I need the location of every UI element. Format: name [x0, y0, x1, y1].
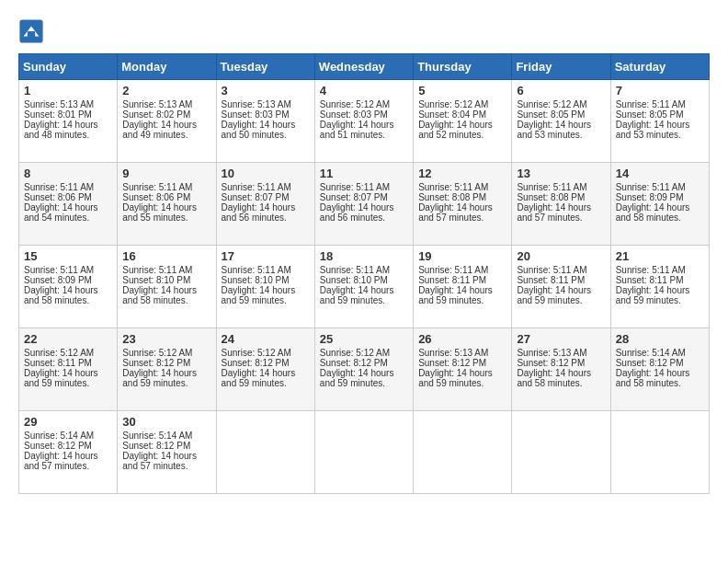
daylight-label: Daylight: 14 hours and 59 minutes. — [222, 368, 296, 388]
header-day-friday: Friday — [512, 54, 610, 80]
daylight-label: Daylight: 14 hours and 59 minutes. — [320, 368, 394, 388]
day-number: 16 — [122, 249, 210, 263]
sunset-label: Sunset: 8:12 PM — [418, 358, 486, 368]
calendar-day-24: 24Sunrise: 5:12 AMSunset: 8:12 PMDayligh… — [216, 328, 314, 411]
sunset-label: Sunset: 8:09 PM — [616, 192, 684, 202]
day-number: 14 — [616, 167, 704, 180]
calendar-day-26: 26Sunrise: 5:13 AMSunset: 8:12 PMDayligh… — [414, 328, 512, 411]
calendar-day-18: 18Sunrise: 5:11 AMSunset: 8:10 PMDayligh… — [314, 246, 413, 328]
day-number: 17 — [222, 249, 310, 263]
empty-cell — [610, 411, 709, 494]
calendar-day-12: 12Sunrise: 5:11 AMSunset: 8:08 PMDayligh… — [414, 163, 512, 246]
sunrise-label: Sunrise: 5:14 AM — [616, 348, 686, 358]
sunset-label: Sunset: 8:06 PM — [24, 192, 92, 202]
sunrise-label: Sunrise: 5:12 AM — [320, 99, 390, 109]
calendar-day-9: 9Sunrise: 5:11 AMSunset: 8:06 PMDaylight… — [118, 163, 216, 246]
calendar-day-7: 7Sunrise: 5:11 AMSunset: 8:05 PMDaylight… — [610, 80, 709, 163]
header — [18, 18, 710, 44]
sunset-label: Sunset: 8:11 PM — [24, 358, 92, 368]
sunrise-label: Sunrise: 5:12 AM — [222, 348, 291, 358]
logo-icon — [18, 18, 44, 44]
day-number: 29 — [24, 415, 112, 429]
sunset-label: Sunset: 8:06 PM — [122, 192, 190, 202]
day-number: 1 — [24, 84, 112, 98]
calendar-day-11: 11Sunrise: 5:11 AMSunset: 8:07 PMDayligh… — [314, 163, 413, 246]
daylight-label: Daylight: 14 hours and 53 minutes. — [517, 120, 591, 140]
header-day-tuesday: Tuesday — [216, 54, 314, 80]
sunset-label: Sunset: 8:10 PM — [320, 275, 388, 285]
calendar-day-16: 16Sunrise: 5:11 AMSunset: 8:10 PMDayligh… — [118, 246, 216, 328]
daylight-label: Daylight: 14 hours and 59 minutes. — [24, 368, 98, 388]
sunrise-label: Sunrise: 5:14 AM — [24, 431, 94, 441]
daylight-label: Daylight: 14 hours and 58 minutes. — [517, 368, 591, 388]
daylight-label: Daylight: 14 hours and 57 minutes. — [517, 202, 591, 223]
calendar-day-22: 22Sunrise: 5:12 AMSunset: 8:11 PMDayligh… — [19, 328, 118, 411]
day-number: 8 — [24, 167, 112, 180]
calendar-week-3: 15Sunrise: 5:11 AMSunset: 8:09 PMDayligh… — [19, 246, 710, 328]
sunset-label: Sunset: 8:05 PM — [517, 109, 585, 120]
sunset-label: Sunset: 8:11 PM — [616, 275, 684, 285]
calendar-day-23: 23Sunrise: 5:12 AMSunset: 8:12 PMDayligh… — [118, 328, 216, 411]
sunset-label: Sunset: 8:07 PM — [320, 192, 388, 202]
daylight-label: Daylight: 14 hours and 57 minutes. — [418, 202, 493, 223]
sunset-label: Sunset: 8:05 PM — [616, 109, 684, 120]
calendar: SundayMondayTuesdayWednesdayThursdayFrid… — [18, 53, 710, 494]
sunset-label: Sunset: 8:10 PM — [122, 275, 190, 285]
calendar-day-13: 13Sunrise: 5:11 AMSunset: 8:08 PMDayligh… — [512, 163, 610, 246]
calendar-week-2: 8Sunrise: 5:11 AMSunset: 8:06 PMDaylight… — [19, 163, 710, 246]
sunset-label: Sunset: 8:04 PM — [418, 109, 486, 120]
calendar-day-5: 5Sunrise: 5:12 AMSunset: 8:04 PMDaylight… — [414, 80, 512, 163]
calendar-day-27: 27Sunrise: 5:13 AMSunset: 8:12 PMDayligh… — [512, 328, 610, 411]
day-number: 27 — [517, 332, 605, 346]
sunset-label: Sunset: 8:09 PM — [24, 275, 92, 285]
sunset-label: Sunset: 8:12 PM — [122, 358, 190, 368]
sunrise-label: Sunrise: 5:11 AM — [222, 265, 291, 275]
sunset-label: Sunset: 8:12 PM — [222, 358, 290, 368]
day-number: 4 — [320, 84, 408, 98]
empty-cell — [512, 411, 610, 494]
sunrise-label: Sunrise: 5:14 AM — [122, 431, 192, 441]
daylight-label: Daylight: 14 hours and 52 minutes. — [418, 120, 493, 140]
day-number: 30 — [122, 415, 210, 429]
daylight-label: Daylight: 14 hours and 58 minutes. — [616, 202, 690, 223]
logo — [18, 18, 48, 44]
sunrise-label: Sunrise: 5:12 AM — [320, 348, 390, 358]
daylight-label: Daylight: 14 hours and 57 minutes. — [122, 451, 197, 471]
header-day-saturday: Saturday — [610, 54, 709, 80]
sunrise-label: Sunrise: 5:13 AM — [222, 99, 291, 109]
day-number: 24 — [222, 332, 310, 346]
calendar-day-10: 10Sunrise: 5:11 AMSunset: 8:07 PMDayligh… — [216, 163, 314, 246]
daylight-label: Daylight: 14 hours and 50 minutes. — [222, 120, 296, 140]
daylight-label: Daylight: 14 hours and 48 minutes. — [24, 120, 98, 140]
sunset-label: Sunset: 8:08 PM — [418, 192, 486, 202]
calendar-week-5: 29Sunrise: 5:14 AMSunset: 8:12 PMDayligh… — [19, 411, 710, 494]
sunset-label: Sunset: 8:08 PM — [517, 192, 585, 202]
day-number: 7 — [616, 84, 704, 98]
calendar-day-21: 21Sunrise: 5:11 AMSunset: 8:11 PMDayligh… — [610, 246, 709, 328]
day-number: 19 — [418, 249, 506, 263]
day-number: 11 — [320, 167, 408, 180]
calendar-day-28: 28Sunrise: 5:14 AMSunset: 8:12 PMDayligh… — [610, 328, 709, 411]
sunset-label: Sunset: 8:11 PM — [517, 275, 585, 285]
sunset-label: Sunset: 8:02 PM — [122, 109, 190, 120]
header-day-sunday: Sunday — [19, 54, 118, 80]
header-day-thursday: Thursday — [414, 54, 512, 80]
day-number: 22 — [24, 332, 112, 346]
sunrise-label: Sunrise: 5:11 AM — [517, 182, 586, 192]
empty-cell — [216, 411, 314, 494]
sunrise-label: Sunrise: 5:13 AM — [517, 348, 586, 358]
day-number: 13 — [517, 167, 605, 180]
calendar-body: 1Sunrise: 5:13 AMSunset: 8:01 PMDaylight… — [19, 80, 710, 494]
header-day-monday: Monday — [118, 54, 216, 80]
sunrise-label: Sunrise: 5:13 AM — [24, 99, 94, 109]
calendar-day-8: 8Sunrise: 5:11 AMSunset: 8:06 PMDaylight… — [19, 163, 118, 246]
daylight-label: Daylight: 14 hours and 56 minutes. — [222, 202, 296, 223]
sunrise-label: Sunrise: 5:11 AM — [122, 265, 192, 275]
svg-rect-2 — [28, 31, 35, 38]
calendar-day-17: 17Sunrise: 5:11 AMSunset: 8:10 PMDayligh… — [216, 246, 314, 328]
daylight-label: Daylight: 14 hours and 59 minutes. — [122, 368, 197, 388]
day-number: 2 — [122, 84, 210, 98]
sunset-label: Sunset: 8:07 PM — [222, 192, 290, 202]
calendar-day-29: 29Sunrise: 5:14 AMSunset: 8:12 PMDayligh… — [19, 411, 118, 494]
daylight-label: Daylight: 14 hours and 58 minutes. — [616, 368, 690, 388]
